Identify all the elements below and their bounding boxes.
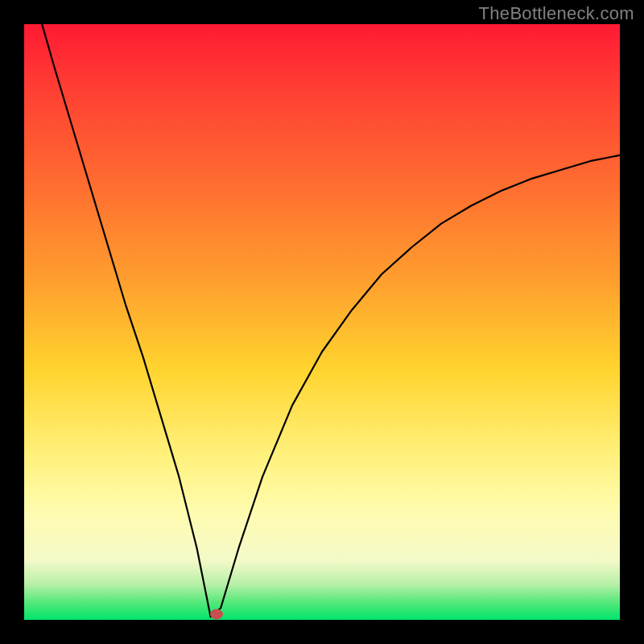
chart-container: TheBottleneck.com [0, 0, 644, 644]
plot-area [24, 24, 620, 620]
attribution-label: TheBottleneck.com [479, 3, 634, 24]
optimum-marker [210, 609, 223, 620]
bottleneck-curve [42, 24, 620, 617]
curve-svg [24, 24, 620, 620]
